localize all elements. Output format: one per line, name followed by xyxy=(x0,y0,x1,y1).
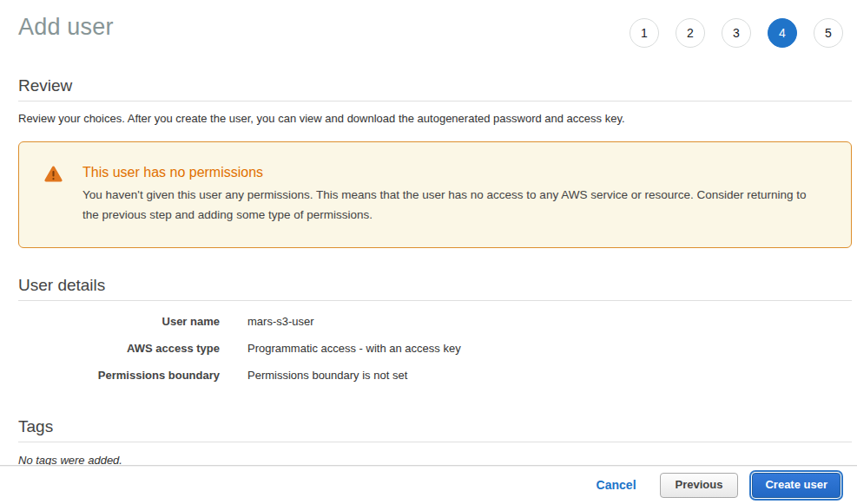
step-circle-4-current: 4 xyxy=(768,18,797,48)
review-heading: Review xyxy=(18,75,852,95)
tags-heading: Tags xyxy=(18,416,852,436)
no-permissions-warning-banner: This user has no permissions You haven't… xyxy=(18,141,852,248)
previous-button[interactable]: Previous xyxy=(660,473,739,498)
table-row: Permissions boundary Permissions boundar… xyxy=(18,369,852,383)
user-name-value: mars-s3-user xyxy=(247,315,314,329)
user-details-section: User details User name mars-s3-user AWS … xyxy=(18,275,852,383)
permissions-boundary-value: Permissions boundary is not set xyxy=(247,369,407,383)
wizard-footer: Cancel Previous Create user xyxy=(0,465,857,504)
page-title: Add user xyxy=(18,13,114,41)
user-details-table: User name mars-s3-user AWS access type P… xyxy=(18,315,852,383)
step-circle-5: 5 xyxy=(814,18,843,48)
review-description: Review your choices. After you create th… xyxy=(18,111,852,127)
access-type-label: AWS access type xyxy=(18,342,220,356)
review-section: Review Review your choices. After you cr… xyxy=(18,75,852,248)
tags-section: Tags No tags were added. xyxy=(18,416,852,467)
table-row: AWS access type Programmatic access - wi… xyxy=(18,342,852,356)
step-circle-1: 1 xyxy=(630,18,659,48)
warning-triangle-icon xyxy=(44,166,63,225)
warning-text-block: This user has no permissions You haven't… xyxy=(82,164,825,225)
step-circle-3: 3 xyxy=(722,18,751,48)
access-type-value: Programmatic access - with an access key xyxy=(247,342,461,356)
step-indicator: 1 2 3 4 5 xyxy=(630,18,843,48)
table-row: User name mars-s3-user xyxy=(18,315,852,329)
user-details-heading: User details xyxy=(18,275,852,295)
wizard-header: Add user 1 2 3 4 5 xyxy=(0,0,857,48)
divider xyxy=(18,442,852,442)
wizard-body: Review Review your choices. After you cr… xyxy=(0,75,857,467)
create-user-button[interactable]: Create user xyxy=(752,473,841,498)
divider xyxy=(18,101,852,101)
warning-title: This user has no permissions xyxy=(82,164,825,181)
warning-body: You haven't given this user any permissi… xyxy=(82,185,825,225)
user-name-label: User name xyxy=(18,315,220,329)
step-circle-2: 2 xyxy=(676,18,705,48)
cancel-link[interactable]: Cancel xyxy=(597,478,636,492)
permissions-boundary-label: Permissions boundary xyxy=(18,369,220,383)
divider xyxy=(18,300,852,301)
